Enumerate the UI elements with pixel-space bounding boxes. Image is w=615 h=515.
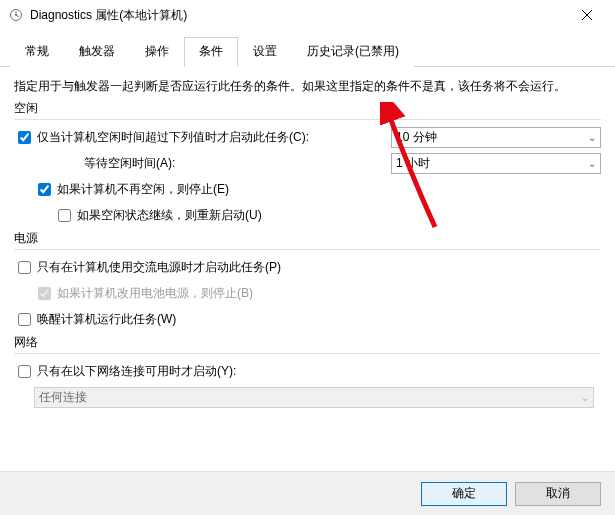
section-idle-label: 空闲 (14, 100, 601, 117)
label-only-if-network: 只有在以下网络连接可用时才启动(Y): (37, 363, 236, 380)
checkbox-only-if-network[interactable] (18, 365, 31, 378)
titlebar: Diagnostics 属性(本地计算机) (0, 0, 615, 30)
label-only-if-idle: 仅当计算机空闲时间超过下列值时才启动此任务(C): (37, 129, 309, 146)
tab-label: 历史记录(已禁用) (307, 44, 399, 58)
checkbox-restart-on-idle[interactable] (58, 209, 71, 222)
checkbox-stop-on-battery (38, 287, 51, 300)
tab-conditions[interactable]: 条件 (184, 37, 238, 67)
combo-value: 10 分钟 (396, 129, 437, 146)
section-power-label: 电源 (14, 230, 601, 247)
label-stop-if-not-idle: 如果计算机不再空闲，则停止(E) (57, 181, 229, 198)
label-only-on-ac: 只有在计算机使用交流电源时才启动此任务(P) (37, 259, 281, 276)
chevron-down-icon: ⌄ (588, 132, 596, 143)
section-network-label: 网络 (14, 334, 601, 351)
tab-label: 触发器 (79, 44, 115, 58)
tab-label: 常规 (25, 44, 49, 58)
description-text: 指定用于与触发器一起判断是否应运行此任务的条件。如果这里指定的条件不是真，该任务… (14, 77, 601, 96)
close-icon (582, 10, 592, 20)
checkbox-stop-if-not-idle[interactable] (38, 183, 51, 196)
combo-value: 1 小时 (396, 155, 430, 172)
chevron-down-icon: ⌄ (588, 158, 596, 169)
close-button[interactable] (567, 0, 607, 30)
checkbox-only-if-idle[interactable] (18, 131, 31, 144)
combo-network-connection: 任何连接 ⌄ (34, 387, 594, 408)
combo-idle-duration[interactable]: 10 分钟 ⌄ (391, 127, 601, 148)
window-title: Diagnostics 属性(本地计算机) (30, 7, 567, 24)
cancel-button[interactable]: 取消 (515, 482, 601, 506)
tab-strip: 常规 触发器 操作 条件 设置 历史记录(已禁用) (0, 30, 615, 67)
chevron-down-icon: ⌄ (581, 392, 589, 403)
label-stop-on-battery: 如果计算机改用电池电源，则停止(B) (57, 285, 253, 302)
tab-history[interactable]: 历史记录(已禁用) (292, 37, 414, 67)
tab-label: 设置 (253, 44, 277, 58)
button-bar: 确定 取消 (0, 471, 615, 515)
divider (14, 353, 601, 354)
tab-actions[interactable]: 操作 (130, 37, 184, 67)
tab-general[interactable]: 常规 (10, 37, 64, 67)
ok-button[interactable]: 确定 (421, 482, 507, 506)
label-restart-on-idle: 如果空闲状态继续，则重新启动(U) (77, 207, 262, 224)
label-wait-for-idle: 等待空闲时间(A): (84, 155, 175, 172)
divider (14, 249, 601, 250)
combo-wait-for-idle[interactable]: 1 小时 ⌄ (391, 153, 601, 174)
button-label: 取消 (546, 485, 570, 502)
checkbox-wake-to-run[interactable] (18, 313, 31, 326)
tab-label: 条件 (199, 44, 223, 58)
app-icon (8, 7, 24, 23)
checkbox-only-on-ac[interactable] (18, 261, 31, 274)
button-label: 确定 (452, 485, 476, 502)
content-pane: 指定用于与触发器一起判断是否应运行此任务的条件。如果这里指定的条件不是真，该任务… (0, 67, 615, 408)
divider (14, 119, 601, 120)
tab-label: 操作 (145, 44, 169, 58)
label-wake-to-run: 唤醒计算机运行此任务(W) (37, 311, 176, 328)
tab-settings[interactable]: 设置 (238, 37, 292, 67)
combo-value: 任何连接 (39, 389, 87, 406)
tab-triggers[interactable]: 触发器 (64, 37, 130, 67)
svg-line-3 (16, 15, 19, 17)
